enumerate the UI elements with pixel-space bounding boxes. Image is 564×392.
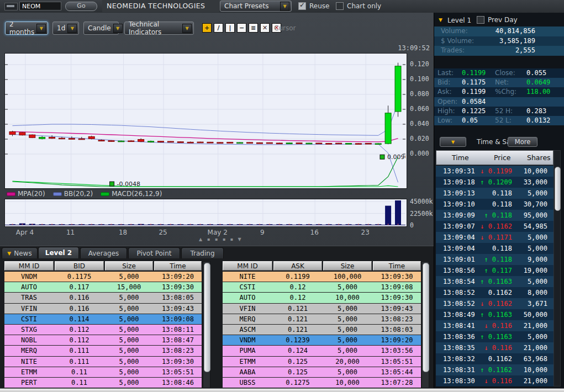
trend-line-icon[interactable]: /: [214, 23, 223, 33]
bid-row[interactable]: AUTO0.11715,00013:09:30: [4, 282, 202, 293]
window-bottom-edge[interactable]: [0, 388, 564, 392]
tab-level-2[interactable]: Level 2: [38, 247, 79, 258]
ts-row[interactable]: 13:09:130.1185,000: [436, 188, 554, 199]
technical-indicators-dropdown[interactable]: Technical Indicators ▼: [124, 22, 194, 35]
level1-collapse-icon[interactable]: ▼: [439, 17, 442, 23]
ts-row[interactable]: 13:09:040.1185,000: [436, 243, 554, 254]
time-sales-dropdown-button[interactable]: ▼: [440, 137, 466, 147]
bid-row[interactable]: NOBL0.1125,00013:08:47: [4, 335, 202, 346]
tab-pivot-point[interactable]: Pivot Point: [128, 247, 180, 258]
ask-row[interactable]: MERQ0.1215,00013:08:23: [223, 314, 421, 325]
ts-row[interactable]: 13:08:56↑ 0.11719,000: [436, 265, 554, 276]
ts-row[interactable]: 13:08:52↓ 0.11623,671: [436, 298, 554, 309]
ts-row[interactable]: 13:08:320.116263,968: [436, 353, 554, 364]
ts-row[interactable]: 13:08:36↑ 0.11635,000: [436, 331, 554, 342]
legend-swatch: [53, 192, 62, 196]
bid-header-size[interactable]: Size: [105, 261, 153, 271]
ask-header-ask[interactable]: ASK: [273, 261, 322, 271]
tab-news[interactable]: ▼News: [2, 247, 38, 258]
range-dropdown[interactable]: 2 months ▼: [5, 22, 48, 35]
bid-row[interactable]: STXG0.1125,00013:08:11: [4, 325, 202, 335]
bid-row[interactable]: VFIN0.1165,00013:09:43: [4, 304, 202, 314]
chart-style-dropdown[interactable]: Candle ▼: [83, 22, 119, 35]
scrollbar-thumb[interactable]: [555, 167, 561, 211]
ts-row[interactable]: 13:08:54↑ 0.11635,000: [436, 276, 554, 287]
ask-row[interactable]: AUTO0.1210,00013:09:30: [223, 293, 421, 303]
ts-row[interactable]: 13:08:31↑ 0.116210,000: [436, 364, 554, 375]
pager-down-icon[interactable]: ▼: [238, 237, 243, 242]
scrollbar-thumb[interactable]: [423, 263, 429, 372]
ask-time: 13:09:30: [373, 272, 421, 282]
ts-row[interactable]: 13:08:49↑ 0.116350,000: [436, 309, 554, 320]
ask-mm-id: VNDM: [223, 335, 272, 345]
ask-row[interactable]: ASCM0.1215,00013:08:03: [223, 325, 421, 335]
ask-row[interactable]: ETMM0.12520,00013:05:51: [223, 357, 421, 367]
bid-header-bid[interactable]: BID: [55, 261, 104, 271]
ts-time: 13:08:30: [443, 375, 475, 386]
time-sales-col-shares[interactable]: Shares: [527, 153, 551, 162]
bid-row[interactable]: ETMM0.115,00013:05:51: [4, 367, 202, 378]
ask-row[interactable]: VNDM0.12395,00013:09:20: [223, 335, 421, 346]
ts-row[interactable]: 13:08:35↓ 0.11621,000: [436, 342, 554, 353]
tab-averages[interactable]: Averages: [80, 247, 127, 258]
volume-chart-plot[interactable]: [4, 199, 407, 227]
ask-header-mm-id[interactable]: MM ID: [223, 261, 272, 271]
ask-header-time[interactable]: Time: [373, 261, 421, 271]
delete-drawing-icon[interactable]: ✕: [260, 23, 270, 33]
vertical-line-icon[interactable]: |: [225, 23, 235, 33]
bid-time: 13:08:23: [154, 346, 202, 356]
add-tool-icon[interactable]: +: [202, 23, 212, 33]
ts-price: ↑ 0.1163: [475, 276, 512, 287]
bid-time: 13:08:11: [154, 325, 202, 335]
ask-table-scrollbar[interactable]: [421, 261, 429, 388]
ts-row[interactable]: 13:08:41↓ 0.11621,000: [436, 320, 554, 331]
bid-row[interactable]: CSTI0.1145,00013:09:08: [4, 314, 202, 325]
level1-quote-row: Low:0.0552 L:0.0132: [434, 116, 564, 125]
ts-row[interactable]: 13:08:30↓ 0.11621,000: [436, 375, 554, 386]
tab-label: Pivot Point: [136, 250, 171, 257]
interval-dropdown[interactable]: 1d ▼: [52, 22, 79, 35]
bid-row[interactable]: VNDM0.11755,00013:09:20: [4, 272, 202, 282]
parallel-lines-icon[interactable]: ≡: [249, 23, 258, 33]
time-sales-col-time[interactable]: Time: [452, 153, 469, 162]
window-link-icon[interactable]: [4, 3, 18, 10]
bid-row[interactable]: PERT0.115,00013:08:46: [4, 378, 202, 388]
price-chart-plot[interactable]: -0.00480.0096: [4, 53, 407, 189]
ask-row[interactable]: NITE0.1199100,00013:09:30: [223, 272, 421, 282]
bid-table-scrollbar[interactable]: [203, 261, 210, 388]
ask-row[interactable]: AABA0.1255,00013:05:44: [223, 367, 421, 378]
ask-row[interactable]: PUMA0.1245,00013:03:56: [223, 346, 421, 356]
ask-header-size[interactable]: Size: [323, 261, 372, 271]
bid-price: 0.111: [55, 346, 104, 356]
time-sales-col-price[interactable]: Price: [494, 153, 511, 162]
ask-row[interactable]: UBSS0.127510,00013:07:28: [223, 378, 421, 388]
bid-row[interactable]: TRAS0.1165,00013:08:05: [4, 293, 202, 303]
bid-row[interactable]: NITE0.1115,00013:09:30: [4, 357, 202, 367]
ts-row[interactable]: 13:09:04↓ 0.11715,000: [436, 232, 554, 243]
ts-row[interactable]: 13:09:07↓ 0.116254,985: [436, 221, 554, 232]
tab-trading[interactable]: Trading: [181, 247, 224, 258]
ts-row[interactable]: 13:09:18↑ 0.120933,000: [436, 177, 554, 188]
ts-row[interactable]: 13:09:01↑ 0.1189,000: [436, 254, 554, 265]
ask-row[interactable]: VFIN0.1215,00013:09:43: [223, 304, 421, 314]
prev-day-checkbox[interactable]: [477, 16, 484, 24]
ts-row[interactable]: 13:09:31↓ 0.119910,000: [436, 166, 554, 177]
bid-header-mm-id[interactable]: MM ID: [4, 261, 54, 271]
ts-row[interactable]: 13:08:520.11628,000: [436, 287, 554, 298]
ts-row[interactable]: 13:09:09↑ 0.11895,000: [436, 210, 554, 221]
bid-row[interactable]: MERQ0.1115,00013:08:23: [4, 346, 202, 356]
go-button[interactable]: Go: [65, 2, 97, 11]
ts-row[interactable]: 13:09:100.11830,700: [436, 199, 554, 210]
chart-only-checkbox[interactable]: [336, 2, 344, 10]
pager-up-icon[interactable]: ▲: [199, 237, 204, 242]
ask-row[interactable]: CSTI0.125,00013:09:08: [223, 282, 421, 293]
time-sales-scrollbar[interactable]: [554, 150, 561, 386]
more-button[interactable]: More: [508, 137, 537, 147]
scrollbar-thumb[interactable]: [204, 263, 210, 372]
symbol-input[interactable]: [19, 2, 61, 10]
bid-header-time[interactable]: Time: [154, 261, 202, 271]
quote-label: Open:: [438, 97, 457, 107]
reuse-checkbox[interactable]: [298, 2, 306, 10]
chart-presets-dropdown[interactable]: Chart Presets ▼: [220, 1, 292, 12]
horizontal-line-icon[interactable]: −: [237, 23, 246, 33]
